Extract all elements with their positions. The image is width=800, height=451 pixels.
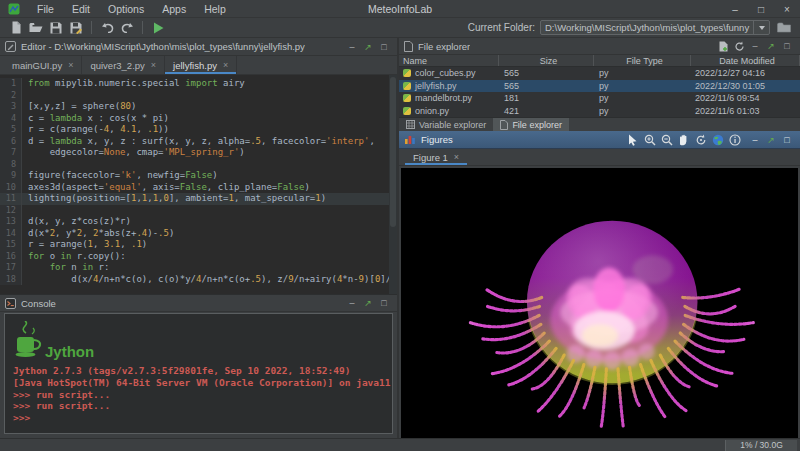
file-explorer-minimize-icon[interactable]: – (747, 39, 763, 53)
console-output[interactable]: Jython Jython 2.7.3 (tags/v2.7.3:5f29801… (4, 313, 393, 434)
menu-apps[interactable]: Apps (153, 0, 195, 18)
close-window-icon[interactable]: × (774, 0, 800, 18)
editor-tab-jellyfish-py[interactable]: jellyfish.py× (165, 56, 237, 74)
save-icon[interactable] (46, 19, 66, 36)
current-folder-combobox[interactable]: D:\Working\MIScript\Jython\mis\plot_type… (540, 20, 770, 35)
code-line-17[interactable]: 17 for n in r: (0, 262, 397, 274)
column-header-name[interactable]: Name (399, 55, 499, 66)
close-icon[interactable]: × (223, 60, 228, 70)
cursor-icon[interactable] (624, 132, 641, 147)
file-explorer-title: File explorer (418, 41, 470, 52)
current-folder-label: Current Folder: (468, 22, 535, 33)
info-icon[interactable] (726, 132, 743, 147)
editor-panel-header: Editor - D:\Working\MIScript\Jython\mis\… (0, 38, 397, 56)
editor-maximize-icon[interactable]: □ (376, 40, 392, 54)
file-explorer-float-icon[interactable]: ↗ (763, 39, 779, 53)
console-minimize-icon[interactable]: – (344, 296, 360, 310)
redo-icon[interactable] (117, 19, 137, 36)
line-number: 3 (0, 101, 22, 113)
column-header-size[interactable]: Size (499, 55, 594, 66)
maximize-window-icon[interactable]: □ (748, 0, 774, 18)
tab-label: Variable explorer (419, 120, 486, 130)
code-line-8[interactable]: 8 (0, 159, 397, 171)
run-icon[interactable] (148, 19, 168, 36)
close-icon[interactable]: × (151, 60, 156, 70)
toolbar-separator (91, 21, 92, 34)
editor-float-icon[interactable]: ↗ (360, 40, 376, 54)
file-type: py (594, 80, 691, 93)
globe-icon[interactable] (709, 132, 726, 147)
menu-file[interactable]: File (28, 0, 63, 18)
code-text: r = c(arange(-4, 4.1, .1)) (22, 124, 169, 136)
file-explorer-panel: File explorer (399, 38, 800, 131)
line-number: 4 (0, 113, 22, 125)
save-as-icon[interactable] (66, 19, 86, 36)
file-row-jellyfish-py[interactable]: jellyfish.py565py2022/12/30 01:05 (399, 80, 800, 93)
figures-maximize-icon[interactable]: □ (779, 133, 795, 147)
code-line-4[interactable]: 4c = lambda x : cos(x * pi) (0, 113, 397, 125)
editor-scrollbar[interactable] (389, 75, 397, 294)
new-file-icon[interactable] (6, 19, 26, 36)
browse-folder-button[interactable] (774, 19, 794, 36)
code-editor[interactable]: 1from mipylib.numeric.special import air… (0, 75, 397, 294)
code-line-12[interactable]: 12 (0, 205, 397, 217)
console-line: >>> (13, 412, 384, 424)
zoom-out-icon[interactable] (658, 132, 675, 147)
code-line-7[interactable]: 7 edgecolor=None, cmap='MPL_spring_r') (0, 147, 397, 159)
code-line-11[interactable]: 11lighting(position=[1,1,1,0], ambient=1… (0, 193, 397, 205)
open-folder-icon[interactable] (26, 19, 46, 36)
figure-canvas-svg[interactable] (401, 168, 798, 440)
close-icon[interactable]: × (454, 152, 459, 162)
editor-tab-mainGUI-py[interactable]: mainGUI.py× (4, 56, 82, 74)
code-line-6[interactable]: 6d = lambda x, y, z : surf(x, y, z, alph… (0, 136, 397, 148)
rotate-icon[interactable] (692, 132, 709, 147)
menu-edit[interactable]: Edit (63, 0, 99, 18)
minimize-window-icon[interactable]: – (722, 0, 748, 18)
file-explorer-maximize-icon[interactable]: □ (779, 39, 795, 53)
code-line-14[interactable]: 14d(x*2, y*2, 2*abs(z+.4)-.5) (0, 228, 397, 240)
python-file-icon (403, 82, 411, 90)
refresh-icon[interactable] (731, 39, 747, 53)
editor-tab-label: quiver3_2.py (90, 60, 144, 71)
file-row-color_cubes-py[interactable]: color_cubes.py565py2022/12/27 04:16 (399, 67, 800, 80)
menu-options[interactable]: Options (99, 0, 153, 18)
editor-minimize-icon[interactable]: – (344, 40, 360, 54)
column-header-file-type[interactable]: File Type (594, 55, 691, 66)
undo-icon[interactable] (97, 19, 117, 36)
chevron-down-icon[interactable] (753, 21, 769, 34)
zoom-in-icon[interactable] (641, 132, 658, 147)
console-maximize-icon[interactable]: □ (376, 296, 392, 310)
column-header-date-modified[interactable]: Date Modified (691, 55, 800, 66)
memory-indicator[interactable]: 1% / 30.0G (725, 440, 797, 451)
code-line-18[interactable]: 18 d(x/4/n+n*c(o), c(o)*y/4/n+n*c(o+.5),… (0, 274, 397, 286)
code-line-1[interactable]: 1from mipylib.numeric.special import air… (0, 78, 397, 90)
code-line-16[interactable]: 16for o in r.copy(): (0, 251, 397, 263)
file-row-mandelbrot-py[interactable]: mandelbrot.py181py2022/11/6 09:54 (399, 92, 800, 105)
tab-figure-1[interactable]: Figure 1 × (405, 149, 467, 165)
editor-tabbar: mainGUI.py×quiver3_2.py×jellyfish.py× (0, 56, 397, 75)
figures-float-icon[interactable]: ↗ (763, 133, 779, 147)
code-line-3[interactable]: 3[x,y,z] = sphere(80) (0, 101, 397, 113)
code-line-5[interactable]: 5r = c(arange(-4, 4.1, .1)) (0, 124, 397, 136)
file-type: py (594, 105, 691, 118)
figures-minimize-icon[interactable]: – (747, 133, 763, 147)
console-float-icon[interactable]: ↗ (360, 296, 376, 310)
editor-tab-quiver3_2-py[interactable]: quiver3_2.py× (82, 56, 165, 74)
code-line-13[interactable]: 13d(x, y, z*cos(z)*r) (0, 216, 397, 228)
file-row-onion-py[interactable]: onion.py421py2022/11/6 01:03 (399, 105, 800, 118)
menu-help[interactable]: Help (195, 0, 235, 18)
close-icon[interactable]: × (68, 60, 73, 70)
code-line-15[interactable]: 15r = arange(1, 3.1, .1) (0, 239, 397, 251)
code-line-9[interactable]: 9figure(facecolor='k', newfig=False) (0, 170, 397, 182)
code-line-2[interactable]: 2 (0, 90, 397, 102)
file-type: py (594, 67, 691, 80)
tab-file-explorer[interactable]: File explorer (493, 118, 569, 131)
code-line-10[interactable]: 10axes3d(aspect='equal', axis=False, cli… (0, 182, 397, 194)
python-file-icon (403, 94, 411, 102)
line-number: 6 (0, 136, 22, 148)
menubar: FileEditOptionsAppsHelp (28, 0, 235, 18)
tab-variable-explorer[interactable]: Variable explorer (399, 118, 493, 131)
toolbar-buttons (6, 19, 168, 36)
new-file-plus-icon[interactable] (715, 39, 731, 53)
pan-icon[interactable] (675, 132, 692, 147)
